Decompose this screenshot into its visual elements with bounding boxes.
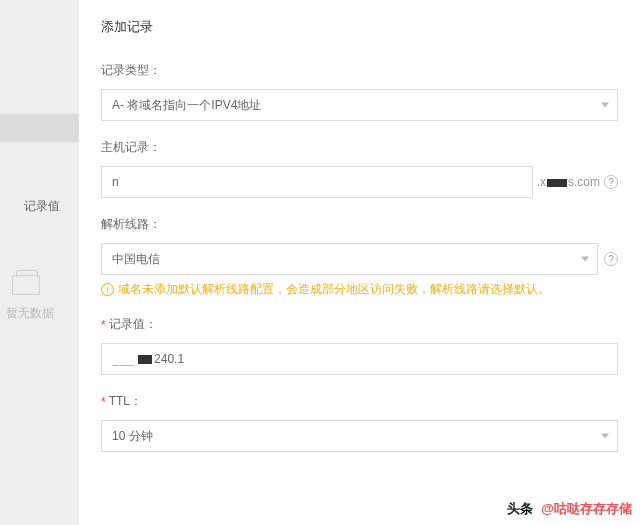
censored-text xyxy=(138,355,152,364)
chevron-down-icon xyxy=(581,257,589,262)
add-record-panel: 添加记录 记录类型： A- 将域名指向一个IPV4地址 主机记录： n .xs.… xyxy=(79,0,640,525)
line-value: 中国电信 xyxy=(112,251,160,268)
warning-icon: ! xyxy=(101,283,114,296)
record-value-label: * 记录值： xyxy=(101,316,618,333)
record-type-select[interactable]: A- 将域名指向一个IPV4地址 xyxy=(101,89,618,121)
host-record-label: 主机记录： xyxy=(101,139,618,156)
record-type-value: A- 将域名指向一个IPV4地址 xyxy=(112,97,261,114)
watermark-text: @咕哒存存存储 xyxy=(541,500,632,518)
ttl-select[interactable]: 10 分钟 xyxy=(101,420,618,452)
help-icon[interactable]: ? xyxy=(604,175,618,189)
background-sidebar xyxy=(0,0,79,525)
empty-box-icon xyxy=(12,275,40,295)
watermark-badge: 头条 xyxy=(503,499,537,519)
ttl-value: 10 分钟 xyxy=(112,428,153,445)
watermark: 头条 @咕哒存存存储 xyxy=(503,499,632,519)
record-value-text: 240.1 xyxy=(154,352,184,366)
required-marker: * xyxy=(101,395,106,409)
record-type-field: 记录类型： A- 将域名指向一个IPV4地址 xyxy=(101,62,618,121)
line-label: 解析线路： xyxy=(101,216,618,233)
required-marker: * xyxy=(101,318,106,332)
background-sidebar-active xyxy=(0,114,79,142)
line-warning: ! 域名未添加默认解析线路配置，会造成部分地区访问失败，解析线路请选择默认。 xyxy=(101,281,618,298)
domain-suffix: .xs.com xyxy=(537,175,600,189)
record-type-label: 记录类型： xyxy=(101,62,618,79)
censored-text xyxy=(547,179,567,187)
line-field: 解析线路： 中国电信 ? ! 域名未添加默认解析线路配置，会造成部分地区访问失败… xyxy=(101,216,618,298)
background-nodata-text: 暂无数据 xyxy=(6,305,54,322)
ttl-label: * TTL： xyxy=(101,393,618,410)
help-icon[interactable]: ? xyxy=(604,252,618,266)
background-column-header: 记录值 xyxy=(24,198,60,215)
host-record-field: 主机记录： n .xs.com ? xyxy=(101,139,618,198)
record-value-field: * 记录值： ___ 240.1 xyxy=(101,316,618,375)
record-value-input[interactable]: ___ 240.1 xyxy=(101,343,618,375)
panel-title: 添加记录 xyxy=(101,18,618,36)
record-value-obscured-prefix: ___ xyxy=(112,352,135,366)
chevron-down-icon xyxy=(601,103,609,108)
warning-text: 域名未添加默认解析线路配置，会造成部分地区访问失败，解析线路请选择默认。 xyxy=(118,281,550,298)
host-record-value: n xyxy=(112,175,119,189)
host-record-input[interactable]: n xyxy=(101,166,533,198)
chevron-down-icon xyxy=(601,434,609,439)
line-select[interactable]: 中国电信 xyxy=(101,243,598,275)
ttl-field: * TTL： 10 分钟 xyxy=(101,393,618,452)
